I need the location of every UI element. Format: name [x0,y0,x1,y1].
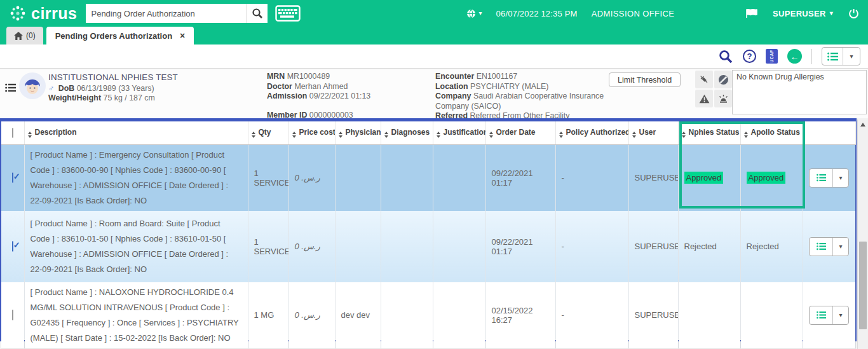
search-button[interactable] [246,4,268,23]
weight-height-label: Weight/Height [48,93,101,102]
status-badge: Approved [747,172,786,184]
row-action-split-button[interactable]: ▾ [809,237,849,256]
user-menu[interactable]: SUPERUSER ▾ [773,9,833,18]
keyboard-icon [275,5,301,22]
orders-table-container: Description Qty Price cost Physician Dia… [0,118,857,341]
cell-qty: 1 MG [248,282,288,349]
language-globe-button[interactable]: ▾ [466,8,482,19]
cell-apollo-status: Approved [740,144,803,211]
cirrus-logo: cirrus [9,4,77,23]
user-caret-icon: ▾ [830,10,833,17]
cell-description: [ Product Name ] : Room and Board: Suite… [24,211,248,282]
search-input[interactable] [86,4,246,23]
allergy-text: No Known Drug Allergies [736,72,824,81]
power-icon [848,8,859,19]
cell-justification [433,144,485,211]
toolbar-list-split-button[interactable]: ▾ [822,47,860,65]
sort-icon[interactable] [339,132,342,139]
scrollbar-thumb[interactable] [859,242,867,329]
patient-menu-button[interactable] [5,83,16,95]
page-toolbar: ? UCAF ← ▾ [0,44,868,69]
injection-button[interactable] [695,71,713,88]
patient-banner: INSTITUSTIONAL NPHIES TEST ♂ DoB 06/13/1… [0,69,868,118]
sort-icon[interactable] [437,132,440,139]
no-known-allergy-button[interactable] [714,71,732,88]
warning-button[interactable] [695,90,713,107]
row-action-list-button[interactable] [810,169,833,187]
list-icon [817,174,826,182]
logo-text: cirrus [31,4,77,23]
tab-bar: (0) Pending Orders Authorization × [0,27,868,44]
header-justification[interactable]: Justification [433,121,485,144]
back-button[interactable]: ← [787,49,802,64]
header-order-date[interactable]: Order Date [485,121,555,144]
list-view-button[interactable] [822,48,843,65]
patient-avatar[interactable] [19,72,46,99]
logout-button[interactable] [848,8,859,19]
admission-label: Admission [267,92,307,100]
help-button[interactable]: ? [743,50,756,63]
header-description[interactable]: Description [24,121,248,144]
orders-table: Description Qty Price cost Physician Dia… [1,121,856,349]
header-physician[interactable]: Physician [335,121,381,144]
cell-physician: dev dev [335,282,381,349]
sort-icon[interactable] [682,132,686,139]
sort-icon[interactable] [632,132,636,139]
ucaf-button[interactable]: UCAF [766,49,778,64]
row-action-list-button[interactable] [810,238,833,256]
cell-diagnoses [381,144,433,211]
limit-threshold-button[interactable]: Limit Threshold [609,72,681,87]
alert-siren-button[interactable] [714,90,732,107]
doctor-value: Merhan Ahmed [294,82,348,91]
row-action-caret[interactable]: ▾ [833,238,848,256]
header-diagnoses[interactable]: Diagnoses [381,121,433,144]
cell-order-date: 09/22/2021 01:17 [485,144,555,211]
search-icon [252,8,263,19]
toolbar-search-button[interactable] [718,49,733,64]
header-nphies-status[interactable]: Nphies Status [678,121,740,144]
sort-icon[interactable] [744,132,748,139]
header-user[interactable]: User [628,121,678,144]
tab-pending-orders-authorization[interactable]: Pending Orders Authorization × [46,27,194,44]
patient-encounter-column: Encounter EN1001167 Location PSYCHIATRY … [435,72,614,121]
row-action-split-button[interactable]: ▾ [809,306,849,325]
virtual-keyboard-button[interactable] [274,4,302,23]
sort-icon[interactable] [252,132,255,139]
sort-icon[interactable] [489,132,493,139]
sort-icon[interactable] [292,132,296,139]
order-row-3[interactable]: [ Product Name ] : NALOXONE HYDROCHLORID… [1,282,855,349]
row-action-list-button[interactable] [810,306,833,324]
vertical-scrollbar[interactable] [857,120,868,349]
list-view-caret[interactable]: ▾ [843,48,860,65]
row-action-caret[interactable]: ▾ [833,169,848,187]
header-policy-authorized[interactable]: Policy Authorized [555,121,628,144]
cell-apollo-status: Rejected [740,211,803,282]
row-checkbox[interactable] [12,241,13,252]
row-action-caret[interactable]: ▾ [833,306,848,324]
cell-physician [335,144,381,211]
order-row-1[interactable]: [ Product Name ] : Emergency Consultatio… [1,144,855,211]
scroll-up-arrow-icon[interactable] [860,123,865,127]
cell-user: SUPERUSER [628,144,678,211]
header-qty[interactable]: Qty [248,121,288,144]
sort-icon[interactable] [559,132,563,139]
sort-icon[interactable] [384,132,388,139]
globe-caret-icon: ▾ [478,10,482,17]
order-row-2[interactable]: [ Product Name ] : Room and Board: Suite… [1,211,855,282]
header-price-cost[interactable]: Price cost [288,121,335,144]
row-checkbox[interactable] [12,310,13,320]
sort-icon[interactable] [28,132,32,139]
cell-order-date: 09/22/2021 01:17 [485,211,555,282]
top-bar: cirrus [0,0,868,27]
row-checkbox[interactable] [12,172,13,183]
header-apollo-status[interactable]: Apollo Status [740,121,803,144]
cell-description: [ Product Name ] : NALOXONE HYDROCHLORID… [24,282,248,349]
cell-policy-authorized: - [555,282,628,349]
tab-home[interactable]: (0) [6,27,43,44]
row-action-split-button[interactable]: ▾ [809,168,849,188]
select-all-checkbox[interactable] [12,128,13,138]
patient-identity-column: INSTITUSTIONAL NPHIES TEST ♂ DoB 06/13/1… [48,72,178,104]
tab-home-count: (0) [26,31,36,40]
tab-close-icon[interactable]: × [180,31,185,41]
flag-button[interactable] [746,9,757,18]
